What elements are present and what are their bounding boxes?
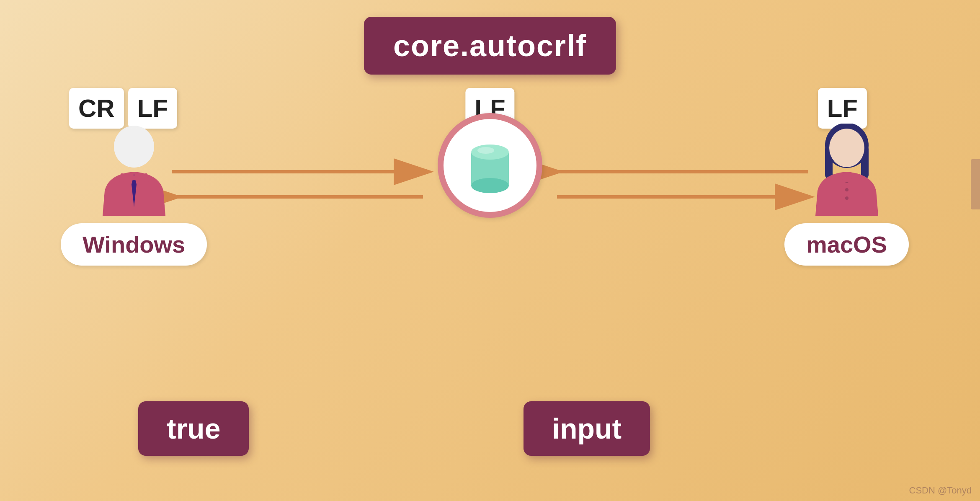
macos-label: macOS xyxy=(784,223,909,266)
lf-box-right: LF xyxy=(818,88,867,129)
svg-point-8 xyxy=(829,129,864,167)
svg-point-14 xyxy=(471,178,509,193)
true-badge: true xyxy=(138,401,249,456)
svg-point-10 xyxy=(845,188,848,191)
windows-person-icon xyxy=(92,124,176,216)
macos-person-icon xyxy=(805,124,889,216)
svg-point-4 xyxy=(116,128,152,165)
lf-box-left: LF xyxy=(128,88,177,129)
cylinder-icon xyxy=(463,136,517,195)
title-badge: core.autocrlf xyxy=(364,17,616,75)
cr-box: CR xyxy=(69,88,124,129)
lf-right-label: LF xyxy=(818,88,867,129)
windows-person: Windows xyxy=(61,124,207,266)
watermark: CSDN @Tonyd xyxy=(909,485,972,496)
database-icon xyxy=(438,113,542,218)
scrollbar[interactable] xyxy=(971,159,980,209)
macos-person: macOS xyxy=(784,124,909,266)
svg-point-15 xyxy=(477,147,494,154)
windows-label: Windows xyxy=(61,223,207,266)
cr-lf-label: CR LF xyxy=(69,88,177,129)
svg-point-11 xyxy=(845,196,848,200)
input-badge: input xyxy=(524,401,650,456)
